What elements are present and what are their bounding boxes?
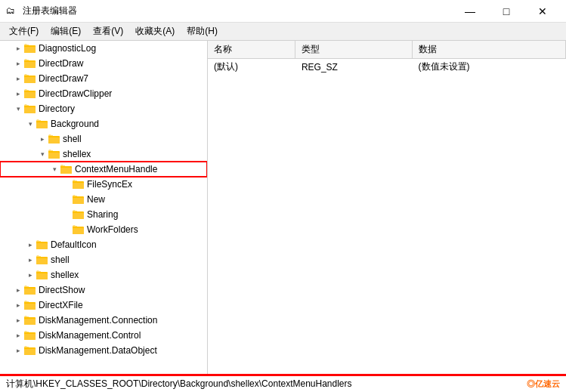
menu-item-收藏夹A[interactable]: 收藏夹(A) bbox=[129, 23, 181, 39]
node-label: DirectXFile bbox=[39, 300, 83, 310]
col-data: 数据 bbox=[413, 41, 566, 59]
node-expander[interactable]: ▸ bbox=[36, 131, 48, 147]
table-header: 名称 类型 数据 bbox=[208, 41, 566, 59]
svg-rect-26 bbox=[60, 168, 72, 174]
node-label: Directory bbox=[39, 103, 75, 114]
node-expander[interactable]: ▾ bbox=[48, 162, 60, 177]
folder-icon bbox=[24, 73, 36, 85]
tree-node-sharing[interactable]: Sharing bbox=[0, 207, 207, 222]
node-expander[interactable]: ▾ bbox=[36, 147, 48, 162]
folder-icon bbox=[48, 148, 60, 160]
node-label: DirectDrawClipper bbox=[39, 88, 112, 99]
node-expander[interactable]: ▸ bbox=[12, 298, 24, 313]
node-expander[interactable] bbox=[60, 177, 73, 192]
node-expander[interactable]: ▸ bbox=[12, 41, 24, 56]
folder-icon bbox=[73, 178, 85, 190]
folder-icon bbox=[24, 299, 36, 311]
node-label: DiskManagement.DataObject bbox=[39, 345, 157, 356]
tree-node-directshow[interactable]: ▸ DirectShow bbox=[0, 282, 207, 298]
node-expander[interactable]: ▾ bbox=[12, 101, 24, 116]
node-label: shellex bbox=[63, 149, 91, 159]
close-button[interactable]: ✕ bbox=[525, 0, 560, 23]
minimize-button[interactable]: — bbox=[453, 0, 487, 23]
node-expander[interactable]: ▾ bbox=[24, 116, 36, 131]
node-expander[interactable]: ▸ bbox=[24, 237, 36, 252]
svg-rect-23 bbox=[48, 153, 60, 159]
svg-rect-53 bbox=[24, 304, 36, 310]
node-expander[interactable]: ▸ bbox=[12, 71, 24, 86]
status-bar: 计算机\HKEY_CLASSES_ROOT\Directory\Backgrou… bbox=[0, 374, 566, 392]
node-expander[interactable]: ▸ bbox=[12, 56, 24, 71]
tree-node-diskmanagement_connection[interactable]: ▸ DiskManagement.Connection bbox=[0, 313, 207, 328]
folder-icon bbox=[24, 329, 36, 341]
node-expander[interactable]: ▸ bbox=[24, 267, 36, 282]
folder-icon bbox=[24, 57, 36, 69]
menu-bar: 文件(F)编辑(E)查看(V)收藏夹(A)帮助(H) bbox=[0, 23, 566, 41]
folder-icon bbox=[24, 88, 36, 100]
node-label: DiskManagement.Control bbox=[39, 330, 141, 341]
menu-item-查看V[interactable]: 查看(V) bbox=[87, 23, 129, 39]
tree-node-directdrawclipper[interactable]: ▸ DirectDrawClipper bbox=[0, 86, 207, 101]
node-label: shell bbox=[51, 255, 70, 265]
tree-node-shell2[interactable]: ▸ shell bbox=[0, 252, 207, 267]
node-expander[interactable]: ▸ bbox=[12, 313, 24, 328]
tree-node-defaulticon[interactable]: ▸ DefaultIcon bbox=[0, 237, 207, 252]
right-pane: 名称 类型 数据 (默认)REG_SZ(数值未设置) bbox=[208, 41, 566, 374]
svg-rect-35 bbox=[73, 213, 84, 219]
menu-item-文件F[interactable]: 文件(F) bbox=[3, 23, 45, 39]
tree-node-diskmanagement_control[interactable]: ▸ DiskManagement.Control bbox=[0, 328, 207, 343]
registry-table: 名称 类型 数据 (默认)REG_SZ(数值未设置) bbox=[208, 41, 566, 374]
svg-rect-17 bbox=[36, 122, 48, 128]
main-area: ▸ DiagnosticLog▸ DirectDraw▸ DirectDraw7… bbox=[0, 41, 566, 374]
cell-data: (数值未设置) bbox=[413, 59, 566, 76]
col-type: 类型 bbox=[295, 41, 413, 59]
node-label: DefaultIcon bbox=[51, 239, 97, 250]
svg-rect-32 bbox=[73, 198, 84, 204]
node-expander[interactable] bbox=[60, 207, 73, 222]
tree-node-directdraw7[interactable]: ▸ DirectDraw7 bbox=[0, 71, 207, 86]
folder-icon bbox=[36, 269, 48, 281]
folder-icon bbox=[24, 344, 36, 357]
folder-icon bbox=[73, 193, 85, 205]
tree-node-shellex[interactable]: ▾ shellex bbox=[0, 147, 207, 162]
node-expander[interactable] bbox=[60, 222, 73, 237]
title-controls: — □ ✕ bbox=[453, 0, 560, 23]
title-bar: 🗂 注册表编辑器 — □ ✕ bbox=[0, 0, 566, 23]
tree-node-directdraw[interactable]: ▸ DirectDraw bbox=[0, 56, 207, 71]
tree-node-diagnosticlog[interactable]: ▸ DiagnosticLog bbox=[0, 41, 207, 56]
tree-node-filesyncex[interactable]: FileSyncEx bbox=[0, 177, 207, 192]
tree-node-directory[interactable]: ▾ Directory bbox=[0, 101, 207, 116]
node-expander[interactable] bbox=[60, 192, 73, 207]
menu-item-编辑E[interactable]: 编辑(E) bbox=[45, 23, 87, 39]
svg-rect-62 bbox=[24, 349, 36, 355]
folder-icon bbox=[36, 239, 48, 251]
node-expander[interactable]: ▸ bbox=[24, 252, 36, 267]
maximize-button[interactable]: □ bbox=[489, 0, 524, 23]
menu-item-帮助H[interactable]: 帮助(H) bbox=[181, 23, 224, 39]
svg-rect-8 bbox=[24, 77, 36, 83]
folder-icon bbox=[24, 284, 36, 296]
node-label: FileSyncEx bbox=[87, 179, 132, 190]
node-expander[interactable]: ▸ bbox=[12, 328, 24, 343]
node-expander[interactable]: ▸ bbox=[12, 86, 24, 101]
tree-node-new[interactable]: New bbox=[0, 192, 207, 207]
svg-rect-41 bbox=[36, 243, 48, 249]
tree-node-contextmenuhandle[interactable]: ▾ ContextMenuHandle bbox=[0, 162, 207, 177]
tree-node-shell[interactable]: ▸ shell bbox=[0, 131, 207, 147]
values-table: 名称 类型 数据 (默认)REG_SZ(数值未设置) bbox=[208, 41, 566, 76]
tree-node-shellex2[interactable]: ▸ shellex bbox=[0, 267, 207, 282]
svg-rect-38 bbox=[73, 228, 84, 234]
node-expander[interactable]: ▸ bbox=[12, 343, 24, 358]
folder-icon bbox=[36, 118, 48, 130]
tree-node-diskmanagement_dataobject[interactable]: ▸ DiskManagement.DataObject bbox=[0, 343, 207, 358]
tree-node-directxfile[interactable]: ▸ DirectXFile bbox=[0, 298, 207, 313]
svg-rect-20 bbox=[48, 137, 60, 144]
tree-pane-inner[interactable]: ▸ DiagnosticLog▸ DirectDraw▸ DirectDraw7… bbox=[0, 41, 207, 374]
node-expander[interactable]: ▸ bbox=[12, 282, 24, 298]
node-label: ContextMenuHandle bbox=[75, 164, 157, 174]
node-label: shellex bbox=[51, 270, 79, 280]
tree-node-background[interactable]: ▾ Background bbox=[0, 116, 207, 131]
tree-node-workfolders[interactable]: WorkFolders bbox=[0, 222, 207, 237]
status-path: 计算机\HKEY_CLASSES_ROOT\Directory\Backgrou… bbox=[6, 378, 521, 390]
table-row[interactable]: (默认)REG_SZ(数值未设置) bbox=[208, 59, 566, 76]
